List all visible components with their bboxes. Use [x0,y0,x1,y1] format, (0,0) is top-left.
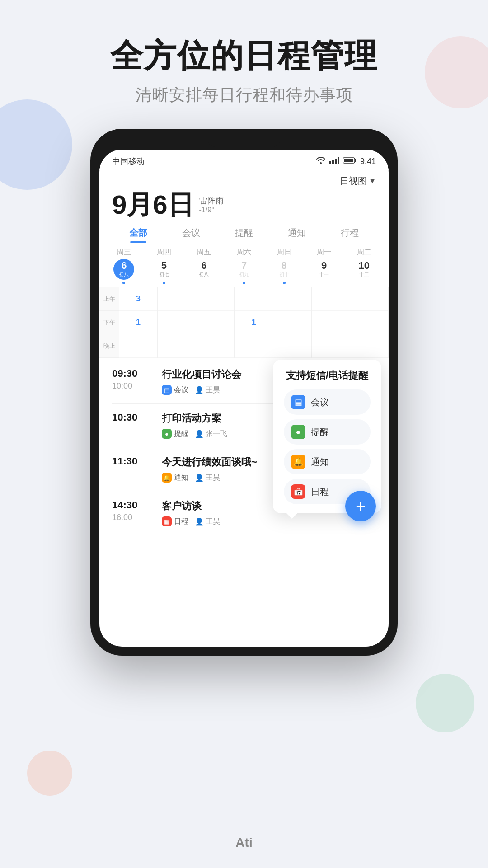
signal-icon [329,157,339,166]
week-day-周三[interactable]: 周三6初八 [104,248,144,280]
hero-title: 全方位的日程管理 [0,36,488,75]
week-day-周四[interactable]: 周四5初七 [144,248,184,280]
popup-option-label-3: 日程 [311,486,329,498]
dot-col-周日 [264,282,304,284]
popup-option-icon-0: ▤ [291,395,305,409]
time-label: 9:41 [360,157,376,166]
time-label-0: 上午 [99,287,119,311]
grid-col-5 [312,287,350,358]
event-type-icon: ▤ [162,385,172,395]
grid-col-3: 1 [235,287,273,358]
dot-row [99,282,389,284]
phone-mockup: 中国移动 [0,129,488,656]
grid-cell-0-2 [196,287,234,311]
grid-cell-2-4 [273,334,311,358]
week-day-周二[interactable]: 周二10十二 [344,248,384,280]
event-time-col: 10:30 [112,412,153,423]
event-type-tag: ▦ 日程 [162,516,188,526]
grid-cell-2-2 [196,334,234,358]
event-end-time: 10:00 [112,381,153,391]
tab-全部[interactable]: 全部 [112,222,165,243]
grid-cell-2-0 [119,334,157,358]
event-meta: ▦ 日程 👤 王昊 [162,516,376,526]
person-name: 王昊 [206,517,220,526]
event-type-label: 通知 [174,473,188,483]
dot-col-周五 [184,282,224,284]
dot-col-周三 [104,282,144,284]
popup-options: ▤ 会议 ● 提醒 🔔 通知 📅 日程 [284,389,371,504]
grid-cell-0-1 [158,287,196,311]
grid-cell-0-3 [235,287,272,311]
week-day-周五[interactable]: 周五6初八 [184,248,224,280]
time-grid: 上午下午晚上311 [99,287,389,358]
tab-行程[interactable]: 行程 [323,222,376,243]
grid-cell-1-0: 1 [119,311,157,334]
grid-cell-2-5 [312,334,350,358]
person-name: 王昊 [206,473,220,483]
date-header: 9月6日 雷阵雨 -1/9° [99,190,389,222]
week-day-周六[interactable]: 周六7初九 [224,248,264,280]
bg-circle-salmon [27,751,72,796]
grid-cell-2-3 [235,334,272,358]
add-event-button[interactable]: + [345,491,376,521]
grid-col-6 [350,287,389,358]
tab-会议[interactable]: 会议 [165,222,218,243]
hero-section: 全方位的日程管理 清晰安排每日行程和待办事项 [0,0,488,124]
grid-cell-2-1 [158,334,196,358]
popup-option-icon-3: 📅 [291,484,305,499]
plus-icon: + [356,497,366,516]
popup-option-label-1: 提醒 [311,426,329,438]
grid-col-2 [196,287,235,358]
popup-option-icon-2: 🔔 [291,455,305,469]
view-toggle-button[interactable]: 日视图 ▼ [340,175,376,187]
dot-col-周四 [144,282,184,284]
grid-col-4 [273,287,312,358]
grid-col-0: 31 [119,287,158,358]
event-type-icon: ▦ [162,516,172,526]
weather-desc: 雷阵雨 [199,195,224,206]
status-icons: 9:41 [316,157,376,166]
grid-cell-1-1 [158,311,196,334]
event-section: 09:30 10:00 行业化项目讨论会 ▤ 会议 👤 王昊 10:30 打印活… [99,360,389,535]
week-day-周一[interactable]: 周一9十一 [304,248,344,280]
event-time-col: 14:30 16:00 [112,499,153,522]
dot-col-周一 [304,282,344,284]
category-tabs: 全部会议提醒通知行程 [99,222,389,243]
person-name: 王昊 [206,385,220,395]
week-day-周日[interactable]: 周日8初十 [264,248,304,280]
person-name: 张一飞 [206,429,227,439]
popup-option-2[interactable]: 🔔 通知 [284,449,371,474]
date-month: 9月 [112,190,153,219]
event-start-time: 14:30 [112,499,153,511]
svg-rect-0 [329,161,331,164]
grid-cell-0-0: 3 [119,287,157,311]
tab-提醒[interactable]: 提醒 [218,222,271,243]
event-person: 👤 王昊 [195,517,220,526]
event-type-label: 提醒 [174,429,188,439]
svg-rect-1 [332,160,334,164]
popup-option-1[interactable]: ● 提醒 [284,419,371,445]
event-type-label: 日程 [174,517,188,526]
phone-notch [208,138,280,147]
svg-rect-2 [335,159,337,164]
event-time-col: 09:30 10:00 [112,368,153,391]
time-labels: 上午下午晚上 [99,287,119,358]
grid-cell-1-4 [273,311,311,334]
person-avatar-icon: 👤 [195,517,204,526]
event-type-label: 会议 [174,385,188,395]
popup-option-0[interactable]: ▤ 会议 [284,389,371,415]
chevron-down-icon: ▼ [369,177,376,185]
event-type-tag: ● 提醒 [162,429,188,439]
date-day: 6日 [153,190,193,219]
dot-col-周二 [344,282,384,284]
svg-rect-6 [344,159,353,162]
popup-option-icon-1: ● [291,425,305,439]
event-type-tag: 🔔 通知 [162,473,188,483]
event-end-time: 16:00 [112,513,153,522]
tab-通知[interactable]: 通知 [270,222,323,243]
week-row: 周三6初八周四5初七周五6初八周六7初九周日8初十周一9十一周二10十二 [99,248,389,280]
event-type-icon: ● [162,429,172,439]
popup-option-label-2: 通知 [311,456,329,468]
grid-cell-2-6 [350,334,388,358]
event-type-tag: ▤ 会议 [162,385,188,395]
